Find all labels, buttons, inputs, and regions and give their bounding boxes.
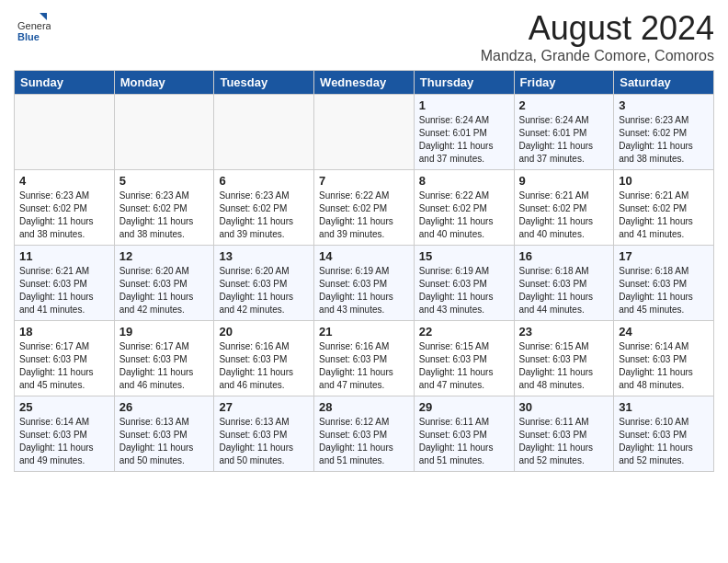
- calendar-cell: [314, 95, 415, 170]
- day-number: 17: [619, 249, 709, 263]
- calendar-cell: 25Sunrise: 6:14 AM Sunset: 6:03 PM Dayli…: [15, 396, 115, 472]
- calendar-cell: 31Sunrise: 6:10 AM Sunset: 6:03 PM Dayli…: [614, 396, 714, 472]
- day-number: 1: [419, 98, 509, 112]
- day-number: 23: [519, 325, 609, 339]
- day-number: 21: [319, 325, 409, 339]
- day-number: 6: [219, 174, 309, 188]
- day-info: Sunrise: 6:14 AM Sunset: 6:03 PM Dayligh…: [19, 416, 109, 467]
- calendar-cell: 16Sunrise: 6:18 AM Sunset: 6:03 PM Dayli…: [514, 246, 614, 321]
- day-number: 12: [119, 249, 210, 263]
- weekday-header-friday: Friday: [514, 71, 614, 95]
- day-info: Sunrise: 6:23 AM Sunset: 6:02 PM Dayligh…: [219, 190, 309, 241]
- day-info: Sunrise: 6:19 AM Sunset: 6:03 PM Dayligh…: [419, 265, 509, 316]
- svg-text:General: General: [17, 20, 51, 31]
- day-number: 20: [219, 325, 309, 339]
- calendar-cell: 1Sunrise: 6:24 AM Sunset: 6:01 PM Daylig…: [414, 95, 514, 170]
- calendar-cell: 11Sunrise: 6:21 AM Sunset: 6:03 PM Dayli…: [15, 246, 115, 321]
- day-number: 9: [519, 174, 609, 188]
- day-info: Sunrise: 6:11 AM Sunset: 6:03 PM Dayligh…: [519, 416, 609, 467]
- calendar-cell: 6Sunrise: 6:23 AM Sunset: 6:02 PM Daylig…: [214, 170, 314, 246]
- day-info: Sunrise: 6:20 AM Sunset: 6:03 PM Dayligh…: [119, 265, 210, 316]
- day-info: Sunrise: 6:18 AM Sunset: 6:03 PM Dayligh…: [519, 265, 609, 316]
- calendar-cell: 4Sunrise: 6:23 AM Sunset: 6:02 PM Daylig…: [15, 170, 115, 246]
- day-number: 4: [19, 174, 109, 188]
- calendar-cell: 7Sunrise: 6:22 AM Sunset: 6:02 PM Daylig…: [314, 170, 415, 246]
- day-number: 3: [619, 98, 709, 112]
- calendar-cell: 22Sunrise: 6:15 AM Sunset: 6:03 PM Dayli…: [414, 321, 514, 396]
- day-number: 7: [319, 174, 409, 188]
- day-number: 22: [419, 325, 509, 339]
- day-info: Sunrise: 6:15 AM Sunset: 6:03 PM Dayligh…: [419, 340, 509, 392]
- day-info: Sunrise: 6:19 AM Sunset: 6:03 PM Dayligh…: [319, 265, 409, 316]
- calendar-header-row: SundayMondayTuesdayWednesdayThursdayFrid…: [15, 71, 714, 95]
- day-info: Sunrise: 6:14 AM Sunset: 6:03 PM Dayligh…: [619, 340, 709, 392]
- weekday-header-monday: Monday: [114, 71, 214, 95]
- day-number: 15: [419, 249, 509, 263]
- calendar-cell: 12Sunrise: 6:20 AM Sunset: 6:03 PM Dayli…: [114, 246, 214, 321]
- day-info: Sunrise: 6:21 AM Sunset: 6:02 PM Dayligh…: [519, 190, 609, 241]
- day-info: Sunrise: 6:16 AM Sunset: 6:03 PM Dayligh…: [219, 340, 309, 392]
- day-info: Sunrise: 6:23 AM Sunset: 6:02 PM Dayligh…: [619, 114, 709, 166]
- calendar-table: SundayMondayTuesdayWednesdayThursdayFrid…: [14, 70, 714, 472]
- day-info: Sunrise: 6:17 AM Sunset: 6:03 PM Dayligh…: [119, 340, 210, 392]
- day-info: Sunrise: 6:22 AM Sunset: 6:02 PM Dayligh…: [319, 190, 409, 241]
- calendar-cell: 30Sunrise: 6:11 AM Sunset: 6:03 PM Dayli…: [514, 396, 614, 472]
- day-number: 29: [419, 400, 509, 414]
- day-number: 28: [319, 400, 409, 414]
- calendar-cell: 15Sunrise: 6:19 AM Sunset: 6:03 PM Dayli…: [414, 246, 514, 321]
- calendar-cell: 5Sunrise: 6:23 AM Sunset: 6:02 PM Daylig…: [114, 170, 214, 246]
- logo: General Blue: [14, 9, 51, 46]
- calendar-cell: 8Sunrise: 6:22 AM Sunset: 6:02 PM Daylig…: [414, 170, 514, 246]
- day-number: 31: [619, 400, 709, 414]
- weekday-header-saturday: Saturday: [614, 71, 714, 95]
- calendar-cell: 2Sunrise: 6:24 AM Sunset: 6:01 PM Daylig…: [514, 95, 614, 170]
- day-number: 30: [519, 400, 609, 414]
- calendar-cell: 17Sunrise: 6:18 AM Sunset: 6:03 PM Dayli…: [614, 246, 714, 321]
- day-number: 10: [619, 174, 709, 188]
- calendar-body: 1Sunrise: 6:24 AM Sunset: 6:01 PM Daylig…: [15, 95, 714, 472]
- day-number: 27: [219, 400, 309, 414]
- day-info: Sunrise: 6:23 AM Sunset: 6:02 PM Dayligh…: [19, 190, 109, 241]
- day-info: Sunrise: 6:21 AM Sunset: 6:02 PM Dayligh…: [619, 190, 709, 241]
- logo-icon: General Blue: [14, 9, 51, 46]
- day-number: 14: [319, 249, 409, 263]
- day-number: 13: [219, 249, 309, 263]
- month-title: August 2024: [481, 9, 714, 48]
- calendar-cell: 3Sunrise: 6:23 AM Sunset: 6:02 PM Daylig…: [614, 95, 714, 170]
- day-info: Sunrise: 6:21 AM Sunset: 6:03 PM Dayligh…: [19, 265, 109, 316]
- title-block: August 2024 Mandza, Grande Comore, Comor…: [481, 9, 714, 64]
- day-info: Sunrise: 6:18 AM Sunset: 6:03 PM Dayligh…: [619, 265, 709, 316]
- day-number: 18: [19, 325, 109, 339]
- calendar-cell: 9Sunrise: 6:21 AM Sunset: 6:02 PM Daylig…: [514, 170, 614, 246]
- calendar-cell: 23Sunrise: 6:15 AM Sunset: 6:03 PM Dayli…: [514, 321, 614, 396]
- day-number: 16: [519, 249, 609, 263]
- calendar-cell: 18Sunrise: 6:17 AM Sunset: 6:03 PM Dayli…: [15, 321, 115, 396]
- calendar-cell: 20Sunrise: 6:16 AM Sunset: 6:03 PM Dayli…: [214, 321, 314, 396]
- day-number: 2: [519, 98, 609, 112]
- day-number: 11: [19, 249, 109, 263]
- weekday-header-wednesday: Wednesday: [314, 71, 415, 95]
- weekday-header-tuesday: Tuesday: [214, 71, 314, 95]
- calendar-cell: [214, 95, 314, 170]
- calendar-cell: 10Sunrise: 6:21 AM Sunset: 6:02 PM Dayli…: [614, 170, 714, 246]
- day-number: 25: [19, 400, 109, 414]
- day-info: Sunrise: 6:13 AM Sunset: 6:03 PM Dayligh…: [119, 416, 210, 467]
- day-info: Sunrise: 6:15 AM Sunset: 6:03 PM Dayligh…: [519, 340, 609, 392]
- day-number: 5: [119, 174, 210, 188]
- calendar-cell: 29Sunrise: 6:11 AM Sunset: 6:03 PM Dayli…: [414, 396, 514, 472]
- calendar-week-2: 4Sunrise: 6:23 AM Sunset: 6:02 PM Daylig…: [15, 170, 714, 246]
- day-info: Sunrise: 6:13 AM Sunset: 6:03 PM Dayligh…: [219, 416, 309, 467]
- svg-text:Blue: Blue: [17, 31, 40, 42]
- day-info: Sunrise: 6:22 AM Sunset: 6:02 PM Dayligh…: [419, 190, 509, 241]
- day-info: Sunrise: 6:24 AM Sunset: 6:01 PM Dayligh…: [419, 114, 509, 166]
- day-info: Sunrise: 6:24 AM Sunset: 6:01 PM Dayligh…: [519, 114, 609, 166]
- calendar-cell: [15, 95, 115, 170]
- day-info: Sunrise: 6:11 AM Sunset: 6:03 PM Dayligh…: [419, 416, 509, 467]
- day-info: Sunrise: 6:10 AM Sunset: 6:03 PM Dayligh…: [619, 416, 709, 467]
- calendar-cell: 19Sunrise: 6:17 AM Sunset: 6:03 PM Dayli…: [114, 321, 214, 396]
- calendar-week-4: 18Sunrise: 6:17 AM Sunset: 6:03 PM Dayli…: [15, 321, 714, 396]
- day-info: Sunrise: 6:17 AM Sunset: 6:03 PM Dayligh…: [19, 340, 109, 392]
- calendar-cell: 14Sunrise: 6:19 AM Sunset: 6:03 PM Dayli…: [314, 246, 415, 321]
- calendar-week-5: 25Sunrise: 6:14 AM Sunset: 6:03 PM Dayli…: [15, 396, 714, 472]
- day-number: 26: [119, 400, 210, 414]
